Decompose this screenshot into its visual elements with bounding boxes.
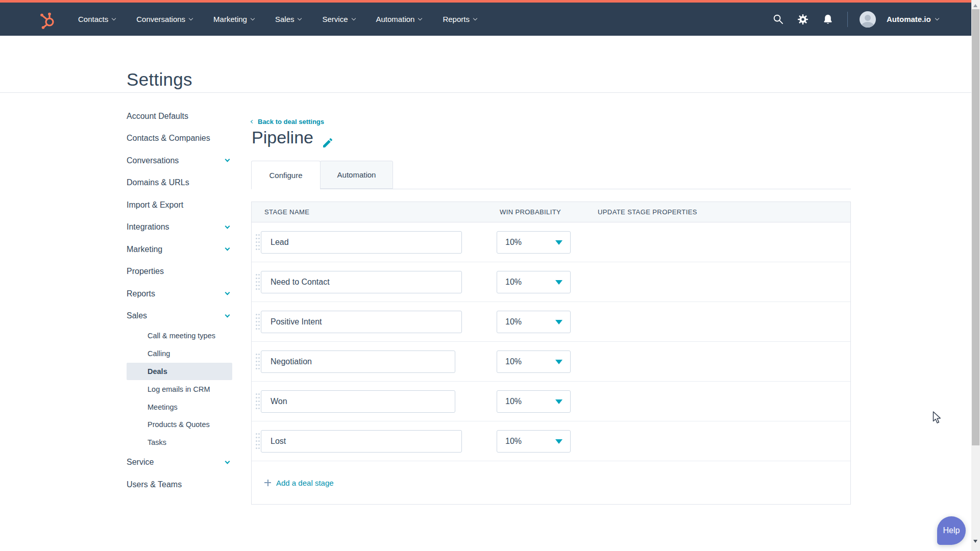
tab-automation[interactable]: Automation bbox=[320, 161, 393, 189]
chevron-left-icon bbox=[251, 120, 254, 123]
search-icon[interactable] bbox=[772, 14, 783, 25]
win-probability-select[interactable]: 10% bbox=[497, 271, 571, 293]
table-row: 10% bbox=[252, 421, 850, 461]
sidebar-item-properties[interactable]: Properties bbox=[127, 261, 232, 283]
sidebar-item-reports[interactable]: Reports bbox=[127, 283, 232, 305]
scrollbar-up-arrow-icon[interactable] bbox=[973, 4, 977, 7]
sidebar-item-label: Users & Teams bbox=[127, 480, 182, 489]
column-header-stage-name: STAGE NAME bbox=[252, 208, 500, 216]
sidebar-subitem-products-quotes[interactable]: Products & Quotes bbox=[127, 416, 232, 434]
nav-item-sales[interactable]: Sales bbox=[275, 15, 302, 23]
sidebar-item-label: Properties bbox=[127, 267, 164, 276]
scrollbar[interactable] bbox=[971, 0, 980, 551]
pipeline-stage-table: STAGE NAME WIN PROBABILITY UPDATE STAGE … bbox=[251, 202, 851, 505]
sidebar-item-conversations[interactable]: Conversations bbox=[127, 149, 232, 172]
win-probability-select[interactable]: 10% bbox=[497, 231, 571, 254]
scrollbar-down-arrow-icon[interactable] bbox=[973, 540, 977, 543]
drag-handle-icon[interactable] bbox=[256, 274, 257, 276]
win-probability-select[interactable]: 10% bbox=[497, 430, 571, 453]
nav-item-reports[interactable]: Reports bbox=[443, 15, 477, 23]
page-title: Settings bbox=[127, 69, 192, 90]
chevron-down-icon bbox=[225, 312, 230, 317]
avatar[interactable] bbox=[860, 11, 876, 28]
win-probability-value: 10% bbox=[505, 437, 522, 446]
drag-handle-icon[interactable] bbox=[256, 314, 257, 315]
chevron-down-icon bbox=[418, 16, 422, 20]
dropdown-caret-icon bbox=[555, 439, 562, 444]
sidebar-subitem-label: Meetings bbox=[148, 403, 178, 411]
gear-icon[interactable] bbox=[797, 14, 808, 25]
account-menu[interactable]: Automate.io bbox=[887, 15, 931, 23]
hubspot-logo-icon[interactable] bbox=[39, 12, 56, 29]
drag-handle-icon[interactable] bbox=[256, 433, 257, 435]
nav-item-service[interactable]: Service bbox=[322, 15, 355, 23]
sidebar-subitem-calling[interactable]: Calling bbox=[127, 345, 232, 363]
nav-item-marketing[interactable]: Marketing bbox=[213, 15, 254, 23]
sidebar-item-label: Contacts & Companies bbox=[127, 134, 210, 143]
table-header-row: STAGE NAME WIN PROBABILITY UPDATE STAGE … bbox=[252, 202, 850, 222]
nav-label: Reports bbox=[443, 15, 470, 23]
edit-pencil-icon[interactable] bbox=[322, 133, 334, 145]
scrollbar-thumb[interactable] bbox=[972, 9, 979, 445]
win-probability-value: 10% bbox=[505, 238, 522, 247]
sidebar-item-marketing[interactable]: Marketing bbox=[127, 238, 232, 261]
sidebar-item-integrations[interactable]: Integrations bbox=[127, 216, 232, 239]
tab-configure[interactable]: Configure bbox=[251, 161, 321, 189]
sidebar-item-label: Conversations bbox=[127, 156, 179, 165]
sidebar-subitem-deals[interactable]: Deals bbox=[127, 363, 232, 381]
table-row: 10% bbox=[252, 382, 850, 421]
sidebar-subitem-label: Deals bbox=[148, 367, 167, 375]
win-probability-select[interactable]: 10% bbox=[497, 350, 571, 373]
sidebar-item-label: Account Defaults bbox=[127, 112, 188, 121]
sidebar-subitem-log-emails-in-crm[interactable]: Log emails in CRM bbox=[127, 380, 232, 398]
sidebar-subitem-tasks[interactable]: Tasks bbox=[127, 434, 232, 452]
help-button[interactable]: Help bbox=[937, 516, 966, 545]
stage-name-input[interactable] bbox=[261, 231, 462, 254]
stage-name-input[interactable] bbox=[261, 311, 462, 333]
sidebar-item-users-teams[interactable]: Users & Teams bbox=[127, 473, 232, 496]
table-row: 10% bbox=[252, 302, 850, 342]
sidebar-item-label: Marketing bbox=[127, 245, 162, 254]
sidebar-item-service[interactable]: Service bbox=[127, 452, 232, 474]
help-label: Help bbox=[943, 526, 960, 535]
stage-name-input[interactable] bbox=[261, 430, 462, 453]
sidebar-item-label: Import & Export bbox=[127, 201, 183, 210]
top-nav-bar: Contacts Conversations Marketing Sales S… bbox=[0, 0, 980, 36]
nav-item-conversations[interactable]: Conversations bbox=[136, 15, 192, 23]
chevron-down-icon bbox=[225, 157, 230, 162]
drag-handle-icon[interactable] bbox=[256, 354, 257, 355]
sidebar-item-contacts-companies[interactable]: Contacts & Companies bbox=[127, 128, 232, 150]
sidebar-item-label: Domains & URLs bbox=[127, 178, 189, 187]
drag-handle-icon[interactable] bbox=[256, 393, 257, 395]
sidebar-item-sales[interactable]: Sales bbox=[127, 305, 232, 328]
back-to-deal-settings-link[interactable]: Back to deal settings bbox=[251, 118, 324, 126]
add-deal-stage-button[interactable]: Add a deal stage bbox=[264, 479, 334, 487]
stage-name-input[interactable] bbox=[261, 271, 462, 293]
sidebar-item-account-defaults[interactable]: Account Defaults bbox=[127, 105, 232, 128]
sidebar-item-import-export[interactable]: Import & Export bbox=[127, 194, 232, 216]
table-row: 10% bbox=[252, 342, 850, 382]
sidebar-subitem-meetings[interactable]: Meetings bbox=[127, 398, 232, 416]
sidebar-item-domains-urls[interactable]: Domains & URLs bbox=[127, 172, 232, 194]
table-row: 10% bbox=[252, 222, 850, 262]
hubspot-settings-page: Contacts Conversations Marketing Sales S… bbox=[0, 0, 980, 551]
chevron-down-icon bbox=[473, 16, 477, 20]
dropdown-caret-icon bbox=[555, 360, 562, 364]
add-deal-stage-label: Add a deal stage bbox=[276, 479, 334, 487]
win-probability-select[interactable]: 10% bbox=[497, 311, 571, 333]
stage-name-input[interactable] bbox=[261, 390, 455, 413]
drag-handle-icon[interactable] bbox=[256, 234, 257, 236]
win-probability-select[interactable]: 10% bbox=[497, 390, 571, 413]
pipeline-title: Pipeline bbox=[252, 128, 313, 147]
avatar-body-shape bbox=[862, 22, 874, 28]
chevron-down-icon bbox=[225, 290, 230, 295]
avatar-head-shape bbox=[865, 15, 871, 21]
sidebar-subitem-label: Products & Quotes bbox=[148, 420, 210, 429]
nav-item-automation[interactable]: Automation bbox=[376, 15, 422, 23]
stage-name-input[interactable] bbox=[261, 350, 455, 373]
nav-item-contacts[interactable]: Contacts bbox=[78, 15, 115, 23]
sidebar-subitem-call-meeting-types[interactable]: Call & meeting types bbox=[127, 327, 232, 345]
bell-icon[interactable] bbox=[822, 14, 834, 25]
dropdown-caret-icon bbox=[555, 320, 562, 324]
chevron-down-icon bbox=[225, 223, 230, 229]
